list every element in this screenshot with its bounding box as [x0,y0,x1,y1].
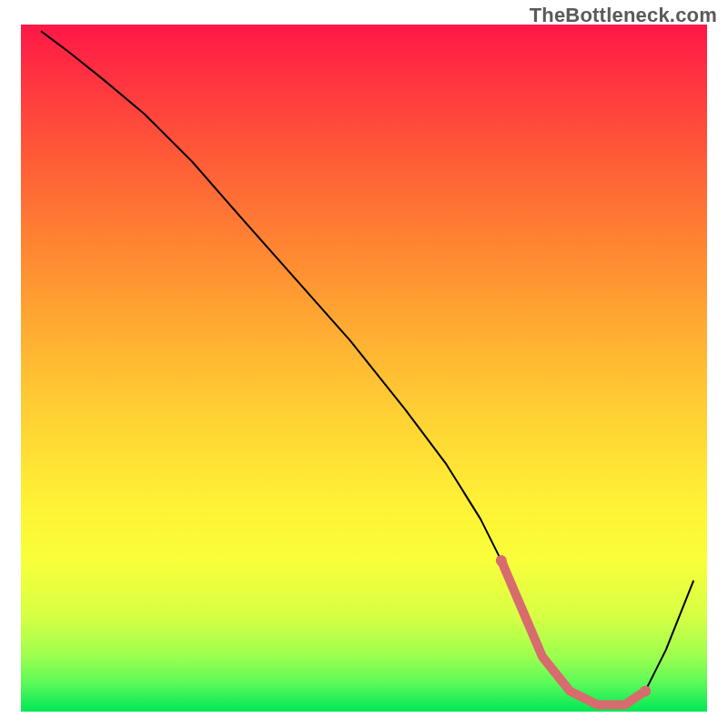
marker-endpoint [640,685,651,696]
plot-background [21,25,707,712]
watermark-label: TheBottleneck.com [530,4,717,27]
marker-endpoint [496,555,507,566]
chart-stage: TheBottleneck.com [0,0,728,728]
bottleneck-chart [0,0,728,728]
